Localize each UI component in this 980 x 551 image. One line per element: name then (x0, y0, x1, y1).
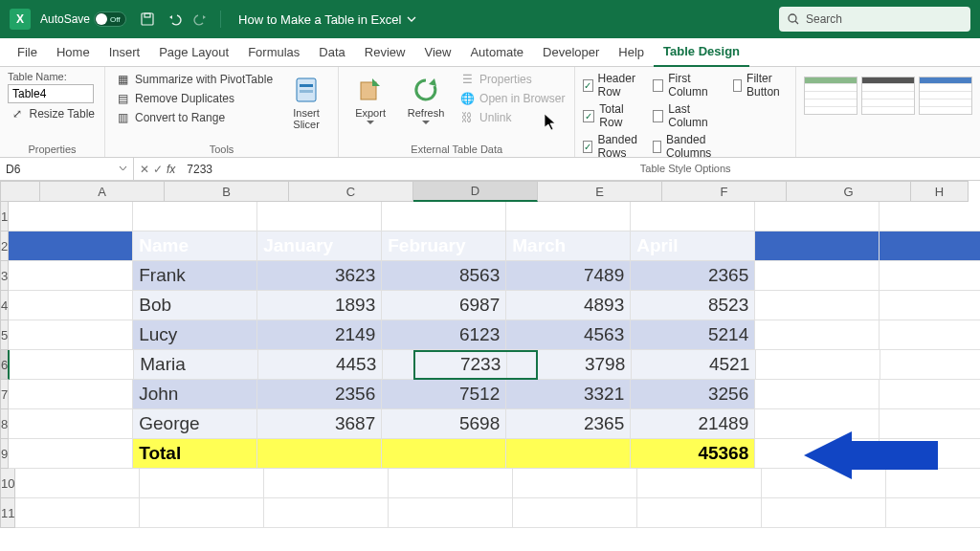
cell[interactable] (15, 469, 140, 498)
spreadsheet-grid[interactable]: A B C D E F G H 12NameJanuaryFebruaryMar… (0, 181, 980, 528)
cell[interactable] (637, 498, 762, 528)
cell[interactable] (506, 439, 631, 469)
column-header[interactable]: D (413, 181, 538, 202)
cell[interactable]: April (631, 231, 755, 261)
cell[interactable] (880, 380, 980, 409)
cell[interactable] (513, 469, 637, 498)
redo-icon[interactable] (190, 9, 212, 30)
cell[interactable]: March (506, 231, 631, 261)
cell[interactable] (756, 350, 880, 380)
cell[interactable]: 6987 (382, 291, 506, 320)
cell[interactable] (880, 291, 980, 320)
tab-developer[interactable]: Developer (533, 38, 609, 67)
cell[interactable]: January (257, 231, 382, 261)
table-styles-gallery[interactable] (804, 71, 972, 115)
row-header[interactable]: 10 (0, 469, 15, 498)
tab-file[interactable]: File (8, 38, 47, 67)
cell[interactable]: 4453 (258, 350, 383, 380)
cancel-icon[interactable]: ✕ (140, 163, 149, 176)
cell[interactable] (264, 498, 389, 528)
save-icon[interactable] (137, 9, 158, 30)
cell[interactable]: 6123 (382, 320, 506, 350)
resize-table-button[interactable]: ⤢Resize Table (8, 105, 97, 122)
cell[interactable] (880, 350, 980, 380)
cell[interactable] (389, 498, 513, 528)
cell[interactable]: 3623 (257, 261, 382, 291)
cell[interactable]: Name (133, 231, 257, 261)
cell[interactable] (755, 291, 880, 320)
row-header[interactable]: 9 (0, 439, 9, 469)
cell[interactable] (880, 202, 980, 231)
column-header[interactable]: B (165, 181, 289, 202)
cell[interactable] (9, 261, 133, 291)
cell[interactable] (9, 439, 133, 469)
row-header[interactable]: 5 (0, 320, 9, 350)
cell[interactable]: 4893 (506, 291, 631, 320)
refresh-button[interactable]: Refresh (402, 71, 450, 130)
cell[interactable]: 3687 (257, 409, 382, 439)
cell[interactable] (755, 202, 880, 231)
cell[interactable] (257, 439, 382, 469)
cell[interactable]: 7233 (383, 350, 507, 380)
tab-page-layout[interactable]: Page Layout (149, 38, 238, 67)
row-header[interactable]: 1 (0, 202, 9, 231)
cell[interactable]: Total (133, 439, 257, 469)
cell[interactable]: Maria (134, 350, 258, 380)
undo-icon[interactable] (164, 9, 185, 30)
row-header[interactable]: 4 (0, 291, 9, 320)
cell[interactable] (755, 231, 880, 261)
tab-view[interactable]: View (414, 38, 460, 67)
cell[interactable] (389, 469, 513, 498)
cell[interactable]: Bob (133, 291, 257, 320)
cell[interactable] (506, 202, 631, 231)
cell[interactable]: 7512 (382, 380, 506, 409)
cell[interactable]: 3256 (631, 380, 755, 409)
tab-automate[interactable]: Automate (460, 38, 533, 67)
column-header[interactable]: H (911, 181, 969, 202)
fx-icon[interactable]: fx (167, 163, 175, 176)
cell[interactable] (140, 469, 264, 498)
cell[interactable]: 45368 (631, 439, 755, 469)
row-header[interactable]: 11 (0, 498, 15, 528)
export-button[interactable]: Export (346, 71, 394, 130)
cell[interactable]: 2356 (257, 380, 382, 409)
convert-range-button[interactable]: ▥Convert to Range (113, 109, 275, 126)
column-header[interactable]: F (662, 181, 787, 202)
cell[interactable]: 7489 (506, 261, 631, 291)
tab-review[interactable]: Review (355, 38, 415, 67)
cell[interactable] (755, 320, 880, 350)
style-thumb[interactable] (804, 77, 858, 115)
summarize-pivot-button[interactable]: ▦Summarize with PivotTable (113, 71, 275, 88)
cell[interactable] (880, 231, 980, 261)
cell[interactable] (9, 291, 133, 320)
cell[interactable] (264, 469, 389, 498)
cell[interactable]: 3798 (507, 350, 632, 380)
cell[interactable] (637, 469, 762, 498)
tab-data[interactable]: Data (309, 38, 354, 67)
cell[interactable] (9, 202, 133, 231)
cell[interactable]: George (133, 409, 257, 439)
cell[interactable]: 4563 (506, 320, 631, 350)
cell[interactable] (9, 231, 133, 261)
banded-columns-checkbox[interactable]: Banded Columns (653, 132, 725, 161)
cell[interactable] (10, 350, 134, 380)
header-row-checkbox[interactable]: ✓Header Row (583, 71, 644, 99)
row-header[interactable]: 8 (0, 409, 9, 439)
tab-home[interactable]: Home (47, 38, 100, 67)
cell[interactable]: 8523 (631, 291, 755, 320)
cell[interactable] (382, 439, 506, 469)
cell[interactable] (133, 202, 257, 231)
column-header[interactable]: A (40, 181, 165, 202)
cell[interactable]: February (382, 231, 506, 261)
document-title[interactable]: How to Make a Table in Excel (238, 12, 416, 27)
banded-rows-checkbox[interactable]: ✓Banded Rows (583, 132, 644, 161)
tab-insert[interactable]: Insert (100, 38, 150, 67)
style-thumb[interactable] (919, 77, 972, 115)
row-header[interactable]: 2 (0, 231, 9, 261)
cell[interactable]: 5214 (631, 320, 755, 350)
cell[interactable] (762, 498, 886, 528)
table-name-input[interactable] (8, 84, 94, 103)
tab-help[interactable]: Help (609, 38, 654, 67)
last-column-checkbox[interactable]: Last Column (653, 101, 725, 130)
cell[interactable]: 2365 (506, 409, 631, 439)
